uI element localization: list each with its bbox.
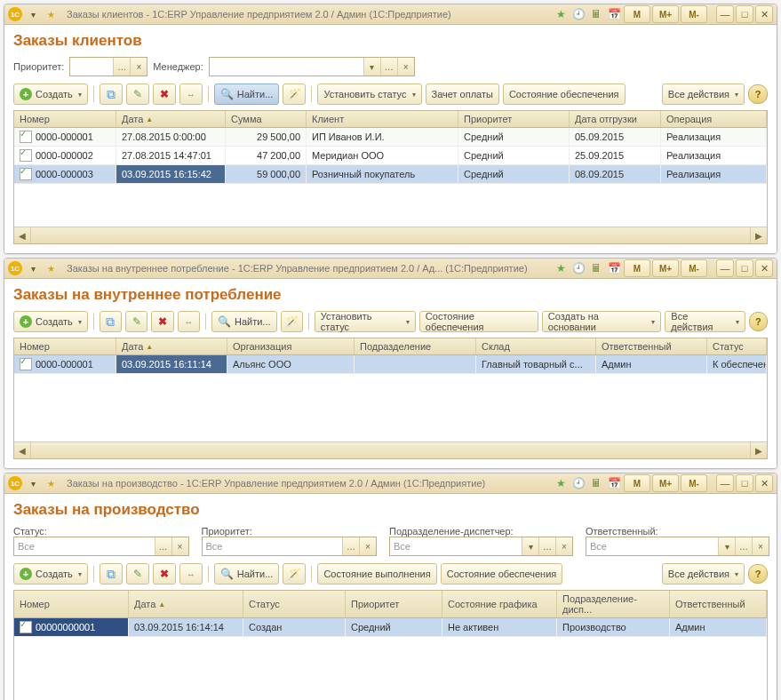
dispatcher-field[interactable]: ▾ … × [389,537,573,556]
help-button[interactable]: ? [748,564,768,584]
scroll-right-icon[interactable]: ▶ [750,442,767,458]
dropdown-icon[interactable]: ▾ [363,58,380,76]
priority-field[interactable]: … × [202,537,378,556]
col-warehouse[interactable]: Склад [476,338,596,354]
col-status[interactable]: Статус [243,591,346,617]
m-button[interactable]: M [624,474,650,492]
create-button[interactable]: +Создать▾ [13,311,88,332]
copy-button[interactable]: ⧉ [100,84,123,105]
star-icon[interactable]: ★ [44,7,58,21]
select-icon[interactable]: … [113,58,130,76]
favorite-icon[interactable]: ★ [553,475,569,491]
minimize-button[interactable]: — [716,474,734,492]
col-schedule-state[interactable]: Состояние графика [442,591,557,617]
delete-button[interactable]: ✖ [153,563,176,585]
copy-button[interactable]: ⧉ [100,563,123,585]
col-client[interactable]: Клиент [307,111,458,127]
col-status[interactable]: Статус [707,338,767,354]
col-responsible[interactable]: Ответственный [670,591,767,617]
scroll-left-icon[interactable]: ◀ [14,442,31,458]
m-plus-button[interactable]: M+ [652,259,679,277]
m-minus-button[interactable]: M- [681,474,707,492]
col-ship-date[interactable]: Дата отгрузки [570,111,661,127]
supply-state-button[interactable]: Состояние обеспечения [419,311,538,332]
find-button[interactable]: 🔍Найти... [214,563,280,585]
manager-field[interactable]: ▾ … × [209,57,415,76]
star-icon[interactable]: ★ [44,476,58,490]
supply-state-button[interactable]: Состояние обеспечения [503,84,626,105]
minimize-button[interactable]: — [716,5,734,23]
col-dispatcher-dept[interactable]: Подразделение-дисп... [557,591,670,617]
all-actions-button[interactable]: Все действия▾ [665,311,745,332]
refresh-button[interactable]: ↔ [179,84,203,105]
dropdown-icon[interactable]: ▾ [26,476,40,490]
calculator-icon[interactable]: 🖩 [588,6,604,22]
select-icon[interactable]: … [735,537,752,555]
edit-button[interactable]: ✎ [126,84,149,105]
scrollbar[interactable]: ◀ ▶ [14,441,767,458]
help-button[interactable]: ? [748,84,768,104]
status-input[interactable] [14,537,155,555]
close-button[interactable]: ✕ [755,5,773,23]
maximize-button[interactable]: □ [736,5,753,23]
calendar-icon[interactable]: 📅 [606,260,622,276]
maximize-button[interactable]: □ [736,474,753,492]
calculator-icon[interactable]: 🖩 [588,475,604,491]
close-button[interactable]: ✕ [755,259,773,277]
col-date[interactable]: Дата▲ [116,111,226,127]
exec-state-button[interactable]: Состояние выполнения [317,563,436,585]
col-number[interactable]: Номер [14,338,116,354]
dropdown-icon[interactable]: ▾ [26,261,40,275]
clear-icon[interactable]: × [130,58,147,76]
edit-button[interactable]: ✎ [125,311,147,332]
help-button[interactable]: ? [749,312,768,331]
set-status-button[interactable]: Установить статус▾ [315,311,416,332]
clear-icon[interactable]: × [752,537,769,555]
col-responsible[interactable]: Ответственный [596,338,707,354]
clear-icon[interactable]: × [171,537,188,555]
col-priority[interactable]: Приоритет [346,591,442,617]
col-number[interactable]: Номер [14,111,116,127]
favorite-icon[interactable]: ★ [553,6,569,22]
m-plus-button[interactable]: M+ [652,474,679,492]
status-field[interactable]: … × [13,537,189,556]
scrollbar[interactable]: ◀ ▶ [14,227,767,243]
m-minus-button[interactable]: M- [681,5,707,23]
col-priority[interactable]: Приоритет [458,111,570,127]
col-organization[interactable]: Организация [227,338,355,354]
select-icon[interactable]: … [538,537,555,555]
col-date[interactable]: Дата▲ [129,591,243,617]
table-row[interactable]: 0000-000002 27.08.2015 14:47:01 47 200,0… [14,147,767,165]
col-number[interactable]: Номер [14,591,129,617]
dropdown-icon[interactable]: ▾ [26,7,40,21]
calendar-icon[interactable]: 📅 [606,475,622,491]
calendar-icon[interactable]: 📅 [606,6,622,22]
all-actions-button[interactable]: Все действия▾ [662,563,745,585]
delete-button[interactable]: ✖ [151,311,173,332]
favorite-icon[interactable]: ★ [553,260,569,276]
m-plus-button[interactable]: M+ [652,5,679,23]
col-date[interactable]: Дата▲ [116,338,227,354]
history-icon[interactable]: 🕘 [570,260,586,276]
select-icon[interactable]: … [155,537,171,555]
clear-icon[interactable]: × [359,537,376,555]
dropdown-icon[interactable]: ▾ [718,537,735,555]
credit-payment-button[interactable]: Зачет оплаты [426,84,499,105]
priority-input[interactable] [203,537,343,555]
priority-input[interactable] [70,58,113,76]
create-button[interactable]: +Создать▾ [13,84,88,105]
close-button[interactable]: ✕ [755,474,773,492]
maximize-button[interactable]: □ [736,259,753,277]
select-icon[interactable]: … [342,537,359,555]
table-row[interactable]: 00000000001 03.09.2015 16:14:14 Создан С… [14,618,767,637]
m-minus-button[interactable]: M- [681,259,707,277]
set-status-button[interactable]: Установить статус▾ [317,84,421,105]
dispatcher-input[interactable] [390,537,522,555]
col-sum[interactable]: Сумма [226,111,307,127]
clear-filter-button[interactable]: 🪄 [283,563,306,585]
star-icon[interactable]: ★ [44,261,58,275]
edit-button[interactable]: ✎ [126,563,149,585]
titlebar[interactable]: 1C ▾ ★ Заказы на производство - 1С:ERP У… [4,473,777,494]
titlebar[interactable]: 1C ▾ ★ Заказы клиентов - 1С:ERP Управлен… [4,4,777,25]
m-button[interactable]: M [624,259,650,277]
